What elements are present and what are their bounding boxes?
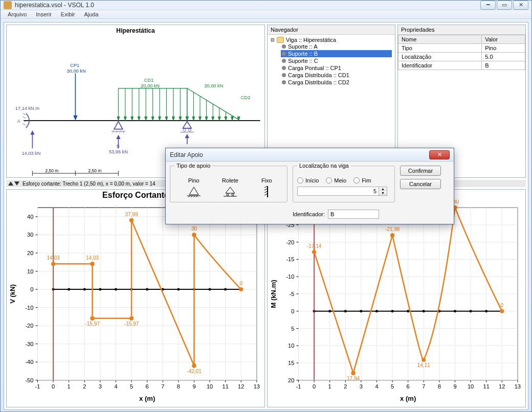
svg-text:20: 20: [288, 377, 294, 383]
svg-point-299: [390, 233, 394, 237]
svg-point-296: [351, 371, 356, 375]
tree[interactable]: ⊟ Viga :: Hiperestática Suporte :: ASupo…: [268, 35, 395, 88]
label-fixo: Fixo: [261, 177, 272, 184]
svg-text:20: 20: [27, 250, 33, 256]
prop-value: Pino: [482, 44, 525, 53]
svg-point-289: [485, 310, 487, 312]
svg-text:15: 15: [288, 360, 294, 366]
svg-marker-82: [237, 117, 240, 121]
tree-item[interactable]: Suporte :: B: [281, 50, 392, 57]
svg-text:8: 8: [177, 383, 180, 390]
menubar: Arquivo Inserir Exibir Ajuda: [1, 10, 531, 19]
svg-text:0: 0: [239, 281, 242, 286]
svg-text:10: 10: [27, 268, 33, 274]
node-icon: [282, 52, 286, 56]
svg-point-284: [407, 310, 409, 312]
minimize-button[interactable]: ━: [480, 1, 496, 10]
svg-line-4: [23, 124, 26, 125]
svg-text:11: 11: [223, 383, 229, 390]
svg-line-18: [119, 131, 121, 133]
svg-text:30: 30: [27, 232, 33, 238]
svg-marker-309: [189, 187, 198, 195]
svg-text:14,11: 14,11: [417, 362, 431, 368]
svg-text:-5: -5: [290, 291, 295, 297]
svg-text:-15: -15: [286, 256, 294, 262]
location-spinner[interactable]: ▲▼: [297, 187, 390, 196]
svg-text:20,00 kN: 20,00 kN: [204, 83, 223, 88]
svg-point-300: [422, 358, 426, 362]
svg-marker-56: [159, 117, 161, 121]
tree-item[interactable]: Carga Distribuída :: CD2: [281, 79, 392, 86]
svg-point-285: [423, 310, 425, 312]
svg-point-180: [91, 316, 95, 321]
svg-text:14,03: 14,03: [47, 255, 60, 261]
svg-point-171: [224, 288, 227, 291]
menu-ajuda[interactable]: Ajuda: [80, 10, 102, 18]
prop-name: Localização: [398, 53, 482, 61]
tree-item[interactable]: Suporte :: A: [281, 43, 392, 50]
svg-point-190: [192, 363, 196, 368]
node-icon: [282, 44, 286, 49]
prop-col-name: Nome: [398, 35, 482, 44]
node-icon: [282, 59, 286, 63]
node-icon: [282, 73, 286, 77]
menu-exibir[interactable]: Exibir: [57, 10, 79, 18]
maximize-button[interactable]: ▭: [497, 1, 512, 10]
tree-item[interactable]: Suporte :: C: [281, 57, 392, 64]
menu-arquivo[interactable]: Arquivo: [4, 10, 31, 18]
svg-text:1: 1: [68, 383, 71, 390]
svg-text:10: 10: [468, 383, 474, 390]
spin-down[interactable]: ▼: [379, 191, 387, 195]
svg-text:40: 40: [27, 214, 33, 220]
svg-marker-11: [73, 116, 77, 121]
svg-text:V (kN): V (kN): [9, 284, 16, 304]
table-row[interactable]: IdentificadorB: [398, 61, 525, 70]
svg-marker-48: [131, 117, 134, 121]
table-row[interactable]: TipoPino: [398, 44, 525, 53]
support-type-group: Tipo de apoio Pino Rolete: [170, 166, 287, 202]
svg-point-288: [470, 310, 472, 312]
dialog-close-button[interactable]: ✕: [429, 150, 450, 159]
svg-text:30: 30: [191, 226, 197, 232]
menu-inserir[interactable]: Inserir: [32, 10, 56, 18]
spin-up[interactable]: ▲: [379, 187, 387, 191]
svg-marker-62: [179, 117, 182, 121]
tree-item-label: Carga Pontual :: CP1: [288, 65, 341, 71]
status-line: Esforço cortante: Trecho 1 (2,50 m), x =…: [23, 181, 156, 187]
location-legend: Localização na viga: [297, 163, 351, 169]
radio-inicio[interactable]: Início: [297, 177, 319, 184]
confirm-button[interactable]: Confirmar: [400, 166, 441, 176]
svg-marker-44: [117, 117, 120, 121]
close-button[interactable]: ✕: [513, 1, 528, 10]
svg-text:3: 3: [99, 383, 102, 390]
svg-marker-76: [218, 117, 220, 121]
tree-item[interactable]: Carga Distribuída :: CD1: [281, 72, 392, 79]
window-title: hiperestatica.vsol - VSOL 1.0: [15, 2, 480, 9]
cancel-button[interactable]: Cancelar: [400, 179, 441, 189]
svg-text:B: B: [117, 144, 120, 149]
identifier-input[interactable]: [328, 210, 379, 219]
svg-marker-21: [116, 135, 120, 139]
tree-item[interactable]: Carga Pontual :: CP1: [281, 64, 392, 72]
fixo-icon: [259, 186, 274, 198]
prop-value: B: [482, 61, 525, 70]
svg-text:2: 2: [83, 383, 86, 390]
svg-marker-74: [212, 117, 214, 121]
svg-text:2: 2: [344, 383, 347, 390]
svg-text:0: 0: [291, 308, 294, 314]
svg-marker-50: [138, 117, 140, 121]
svg-text:1: 1: [328, 383, 331, 390]
tree-root[interactable]: ⊟ Viga :: Hiperestática: [271, 37, 392, 43]
dialog-titlebar[interactable]: Editar Apoio ✕: [166, 148, 454, 162]
svg-text:11: 11: [483, 383, 490, 390]
tree-item-label: Carga Distribuída :: CD1: [288, 72, 349, 78]
svg-text:CD1: CD1: [144, 78, 153, 83]
radio-meio[interactable]: Meio: [326, 177, 346, 184]
svg-text:17,94: 17,94: [347, 376, 360, 381]
radio-fim[interactable]: Fim: [353, 177, 371, 184]
svg-marker-80: [231, 117, 233, 121]
beam-title: Hiperestática: [7, 27, 264, 34]
location-input[interactable]: [297, 187, 379, 196]
folder-icon: [277, 37, 284, 43]
table-row[interactable]: Localização5.0: [398, 53, 525, 61]
